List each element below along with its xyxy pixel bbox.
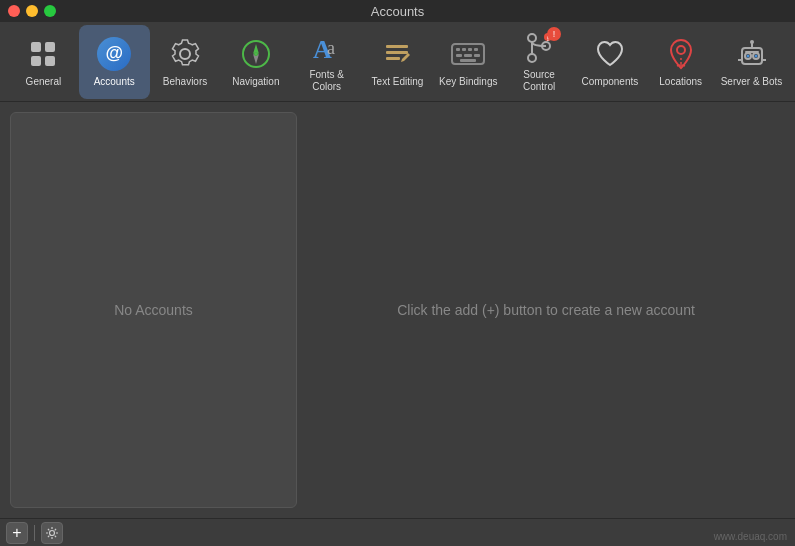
- svg-rect-0: [31, 42, 41, 52]
- svg-point-22: [528, 34, 536, 42]
- at-icon: @: [96, 36, 132, 72]
- no-accounts-label: No Accounts: [114, 302, 193, 318]
- branch-icon: !: [521, 31, 557, 65]
- svg-point-38: [746, 54, 749, 57]
- toolbar-label-accounts: Accounts: [94, 76, 135, 88]
- toolbar-item-text-editing[interactable]: Text Editing: [362, 25, 433, 99]
- toolbar-label-navigation: Navigation: [232, 76, 279, 88]
- svg-point-7: [254, 52, 258, 56]
- svg-text:!: !: [547, 35, 549, 42]
- settings-gear-icon: [45, 526, 59, 540]
- svg-rect-14: [456, 48, 460, 51]
- toolbar-label-key-bindings: Key Bindings: [439, 76, 497, 88]
- svg-rect-1: [45, 42, 55, 52]
- toolbar-item-components[interactable]: Components: [575, 25, 646, 99]
- toolbar-item-navigation[interactable]: Navigation: [220, 25, 291, 99]
- bottom-divider: [34, 525, 35, 541]
- toolbar-label-fonts-colors: Fonts & Colors: [295, 69, 358, 93]
- toolbar-label-components: Components: [582, 76, 639, 88]
- account-detail-panel: Click the add (+) button to create a new…: [297, 102, 795, 518]
- svg-rect-18: [456, 54, 462, 57]
- svg-rect-19: [464, 54, 472, 57]
- svg-point-34: [750, 40, 754, 44]
- traffic-lights: [8, 5, 56, 17]
- svg-rect-10: [386, 45, 408, 48]
- svg-rect-17: [474, 48, 478, 51]
- toolbar-item-server-bots[interactable]: Server & Bots: [716, 25, 787, 99]
- pencil-icon: [379, 36, 415, 72]
- svg-rect-37: [745, 51, 759, 53]
- close-button[interactable]: [8, 5, 20, 17]
- toolbar: General @ Accounts Behaviors Navigation: [0, 22, 795, 102]
- keyboard-icon: [450, 36, 486, 72]
- toolbar-label-text-editing: Text Editing: [372, 76, 424, 88]
- compass-icon: [238, 36, 274, 72]
- heart-icon: [592, 36, 628, 72]
- svg-rect-2: [31, 56, 41, 66]
- svg-rect-3: [45, 56, 55, 66]
- svg-point-28: [677, 46, 685, 54]
- toolbar-label-behaviors: Behaviors: [163, 76, 207, 88]
- add-account-button[interactable]: +: [6, 522, 28, 544]
- toolbar-label-server-bots: Server & Bots: [721, 76, 783, 88]
- svg-text:a: a: [327, 38, 335, 58]
- svg-point-40: [50, 530, 55, 535]
- bottom-bar: +: [0, 518, 795, 546]
- svg-rect-21: [460, 59, 476, 62]
- toolbar-label-source-control: Source Control: [508, 69, 571, 93]
- accounts-list-panel: No Accounts: [10, 112, 297, 508]
- watermark: www.deuaq.com: [714, 531, 787, 542]
- toolbar-label-locations: Locations: [659, 76, 702, 88]
- maximize-button[interactable]: [44, 5, 56, 17]
- add-account-hint: Click the add (+) button to create a new…: [397, 302, 695, 318]
- svg-point-23: [528, 54, 536, 62]
- title-bar: Accounts: [0, 0, 795, 22]
- font-icon: A a: [309, 31, 345, 65]
- robot-icon: [734, 36, 770, 72]
- settings-button[interactable]: [41, 522, 63, 544]
- toolbar-item-general[interactable]: General: [8, 25, 79, 99]
- toolbar-item-behaviors[interactable]: Behaviors: [150, 25, 221, 99]
- toolbar-item-source-control[interactable]: ! Source Control: [504, 25, 575, 99]
- toolbar-item-fonts-colors[interactable]: A a Fonts & Colors: [291, 25, 362, 99]
- location-icon: [663, 36, 699, 72]
- svg-rect-20: [474, 54, 480, 57]
- svg-rect-11: [386, 51, 408, 54]
- window-title: Accounts: [371, 4, 424, 19]
- gear-icon: [167, 36, 203, 72]
- toolbar-label-general: General: [26, 76, 62, 88]
- toolbar-item-accounts[interactable]: @ Accounts: [79, 25, 150, 99]
- svg-rect-12: [386, 57, 400, 60]
- toolbar-item-locations[interactable]: Locations: [645, 25, 716, 99]
- svg-rect-16: [468, 48, 472, 51]
- svg-point-39: [754, 54, 757, 57]
- main-content: No Accounts Click the add (+) button to …: [0, 102, 795, 518]
- toolbar-item-key-bindings[interactable]: Key Bindings: [433, 25, 504, 99]
- minimize-button[interactable]: [26, 5, 38, 17]
- grid-icon: [25, 36, 61, 72]
- svg-rect-15: [462, 48, 466, 51]
